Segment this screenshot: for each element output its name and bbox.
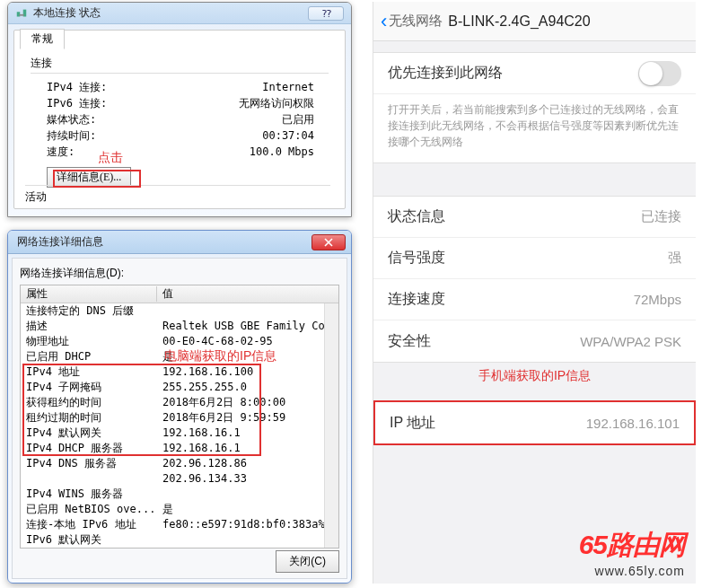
- row-duration: 持续时间:00:37:04: [31, 127, 329, 144]
- table-row: IPv4 地址192.168.16.100: [21, 364, 338, 380]
- table-row: 租约过期的时间2018年6月2日 9:59:59: [21, 410, 338, 426]
- table-body: 连接特定的 DNS 后缀 描述Realtek USB GBE Family Co…: [21, 303, 338, 548]
- dialog-body: 常规 连接 IPv4 连接:Internet IPv6 连接:无网络访问权限 媒…: [13, 30, 346, 209]
- dialog-title: 本地连接 状态: [33, 5, 308, 21]
- vertical-scrollbar[interactable]: [324, 303, 338, 548]
- table-row: IPv4 DNS 服务器202.96.128.86: [21, 456, 338, 471]
- col-property: 属性: [21, 286, 157, 302]
- table-row: IPv4 DHCP 服务器192.168.16.1: [21, 441, 338, 456]
- back-icon[interactable]: ‹: [381, 10, 387, 33]
- table-row: 202.96.134.33: [21, 471, 338, 487]
- table-row: IPv6 默认网关: [21, 532, 338, 548]
- watermark: 65路由网 www.65ly.com: [579, 527, 685, 578]
- status-section: 状态信息已连接 信号强度强 连接速度72Mbps 安全性WPA/WPA2 PSK: [373, 196, 696, 363]
- help-button[interactable]: ⁇: [308, 6, 344, 21]
- dialog-title: 网络连接详细信息: [13, 234, 312, 250]
- ip-label: IP 地址: [390, 414, 586, 433]
- table-row: 获得租约的时间2018年6月2日 8:00:00: [21, 395, 338, 410]
- col-value: 值: [157, 286, 338, 302]
- annotation-click: 点击: [98, 150, 123, 166]
- row-speed: 速度:100.0 Mbps: [31, 144, 329, 160]
- close-button[interactable]: [312, 234, 346, 250]
- row-ipv4: IPv4 连接:Internet: [31, 79, 329, 95]
- help-icon: ⁇: [320, 9, 332, 18]
- dialog-body: 网络连接详细信息(D): 属性 值 连接特定的 DNS 后缀 描述Realtek…: [12, 258, 347, 579]
- table-row: IPv4 默认网关192.168.16.1: [21, 426, 338, 441]
- ip-section: IP 地址 192.168.16.101: [373, 400, 696, 445]
- details-table: 属性 值 连接特定的 DNS 后缀 描述Realtek USB GBE Fami…: [20, 285, 339, 549]
- ssid-title: B-LINK-2.4G_A94C20: [448, 13, 689, 30]
- network-icon: [15, 7, 28, 20]
- watermark-title: 65路由网: [579, 527, 685, 564]
- status-row: 状态信息已连接: [373, 197, 696, 238]
- table-row: IPv4 WINS 服务器: [21, 487, 338, 502]
- mobile-wifi-panel: ‹ 无线网络 B-LINK-2.4G_A94C20 优先连接到此网络 打开开关后…: [373, 2, 696, 584]
- priority-toggle[interactable]: [638, 61, 681, 86]
- row-ipv6: IPv6 连接:无网络访问权限: [31, 95, 329, 111]
- table-header: 属性 值: [21, 285, 338, 303]
- close-button[interactable]: 关闭(C): [276, 550, 339, 573]
- watermark-url: www.65ly.com: [579, 564, 685, 578]
- back-label[interactable]: 无线网络: [389, 13, 443, 30]
- titlebar[interactable]: 网络连接详细信息: [8, 231, 351, 254]
- annotation-phone-ip: 手机端获取的IP信息: [373, 363, 696, 390]
- row-media: 媒体状态:已启用: [31, 111, 329, 127]
- priority-section: 优先连接到此网络 打开开关后，若当前能搜索到多个已连接过的无线网络，会直接连接到…: [373, 52, 696, 163]
- table-row: 描述Realtek USB GBE Family Control: [21, 319, 338, 334]
- titlebar[interactable]: 本地连接 状态 ⁇: [8, 3, 351, 24]
- section-activity: 活动: [25, 185, 330, 205]
- svg-text:⁇: ⁇: [322, 9, 331, 18]
- connection-status-dialog: 本地连接 状态 ⁇ 常规 连接 IPv4 连接:Internet IPv6 连接…: [7, 2, 352, 217]
- priority-description: 打开开关后，若当前能搜索到多个已连接过的无线网络，会直接连接到此无线网络，不会再…: [373, 94, 696, 162]
- details-label: 网络连接详细信息(D):: [20, 266, 339, 281]
- section-connection: 连接: [31, 56, 329, 74]
- annotation-pc-ip: 电脑端获取的IP信息: [164, 348, 276, 364]
- table-row: IPv4 子网掩码255.255.255.0: [21, 380, 338, 395]
- speed-row: 连接速度72Mbps: [373, 279, 696, 320]
- close-icon: [324, 238, 333, 247]
- security-row: 安全性WPA/WPA2 PSK: [373, 320, 696, 362]
- tab-general[interactable]: 常规: [20, 29, 65, 49]
- priority-label: 优先连接到此网络: [388, 64, 638, 83]
- table-row: 物理地址00-E0-4C-68-02-95: [21, 334, 338, 349]
- signal-row: 信号强度强: [373, 238, 696, 279]
- ip-value: 192.168.16.101: [586, 416, 680, 431]
- table-row: 连接特定的 DNS 后缀: [21, 303, 338, 319]
- network-details-dialog: 网络连接详细信息 网络连接详细信息(D): 属性 值 连接特定的 DNS 后缀 …: [7, 230, 352, 584]
- table-row: 已启用 NetBIOS ove...是: [21, 502, 338, 517]
- table-row: 连接-本地 IPv6 地址fe80::e597:91d8:bf0:383a%11: [21, 517, 338, 532]
- ios-header: ‹ 无线网络 B-LINK-2.4G_A94C20: [373, 2, 696, 41]
- ip-row: IP 地址 192.168.16.101: [375, 402, 694, 443]
- svg-rect-2: [19, 13, 23, 15]
- priority-row: 优先连接到此网络: [373, 53, 696, 94]
